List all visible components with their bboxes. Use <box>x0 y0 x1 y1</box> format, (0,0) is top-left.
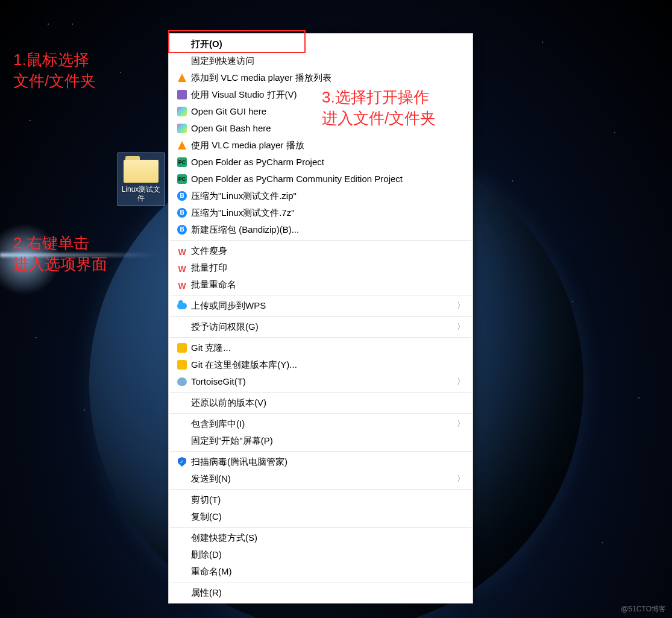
vlc-icon <box>175 140 189 151</box>
annotation-2: 2.右键单击 进入选项界面 <box>13 233 107 275</box>
menu-item-label: 批量打印 <box>191 262 465 274</box>
cloud-icon <box>175 300 189 311</box>
menu-item-pin-start[interactable]: 固定到"开始"屏幕(P) <box>169 432 472 449</box>
menu-separator <box>170 413 471 414</box>
menu-separator <box>170 392 471 393</box>
menu-separator <box>170 295 471 295</box>
menu-item-git-repo[interactable]: Git 在这里创建版本库(Y)... <box>169 356 472 373</box>
wps-icon: W <box>175 279 189 290</box>
submenu-chevron-icon: 〉 <box>456 418 465 430</box>
menu-item-tortoise[interactable]: TortoiseGit(T)〉 <box>169 373 472 390</box>
bz-icon: B <box>175 207 189 218</box>
menu-item-label: 剪切(T) <box>191 494 465 506</box>
menu-item-pin-quick[interactable]: 固定到快速访问 <box>169 52 472 69</box>
menu-item-label: 重命名(M) <box>191 566 465 578</box>
folder-icon <box>124 156 159 183</box>
watermark: @51CTO博客 <box>621 604 666 614</box>
menu-item-label: 复制(C) <box>191 511 465 523</box>
menu-item-bz-zip[interactable]: B压缩为"Linux测试文件.zip" <box>169 188 472 204</box>
blank-icon <box>175 532 189 543</box>
submenu-chevron-icon: 〉 <box>456 376 465 388</box>
menu-item-label: TortoiseGit(T) <box>191 376 456 388</box>
menu-item-copy[interactable]: 复制(C) <box>169 508 472 525</box>
menu-item-send-to[interactable]: 发送到(N)〉 <box>169 470 472 487</box>
blank-icon <box>175 473 189 484</box>
blank-icon <box>175 566 189 577</box>
menu-item-pycharm[interactable]: PCOpen Folder as PyCharm Project <box>169 154 472 171</box>
menu-item-label: 固定到快速访问 <box>191 55 465 67</box>
menu-item-pycharm-ce[interactable]: PCOpen Folder as PyCharm Community Editi… <box>169 171 472 188</box>
menu-item-label: 文件瘦身 <box>191 245 465 257</box>
menu-item-label: 新建压缩包 (Bandizip)(B)... <box>191 224 465 236</box>
menu-item-label: 打开(O) <box>191 38 465 50</box>
menu-item-cut[interactable]: 剪切(T) <box>169 491 472 508</box>
tort-icon <box>175 376 189 387</box>
menu-item-wps-print[interactable]: W批量打印 <box>169 259 472 276</box>
menu-item-wps-rename[interactable]: W批量重命名 <box>169 276 472 293</box>
bz-icon: B <box>175 224 189 235</box>
menu-item-label: 包含到库中(I) <box>191 418 456 430</box>
annotation-1: 1.鼠标选择 文件/文件夹 <box>13 49 96 92</box>
menu-item-label: 属性(R) <box>191 587 465 599</box>
menu-separator <box>170 451 471 452</box>
menu-item-label: 还原以前的版本(V) <box>191 397 465 409</box>
menu-item-label: Git 克隆... <box>191 342 465 354</box>
annotation-3: 3.选择打开操作 进入文件/文件夹 <box>322 87 436 129</box>
wps-icon: W <box>175 245 189 256</box>
menu-item-label: 固定到"开始"屏幕(P) <box>191 435 465 447</box>
menu-item-label: 批量重命名 <box>191 279 465 291</box>
menu-separator <box>170 240 471 241</box>
gitc-icon <box>175 359 189 370</box>
pc-icon: PC <box>175 157 189 168</box>
blank-icon <box>175 55 189 66</box>
wps-icon: W <box>175 262 189 273</box>
menu-item-bz-new[interactable]: B新建压缩包 (Bandizip)(B)... <box>169 221 472 238</box>
menu-item-shortcut[interactable]: 创建快捷方式(S) <box>169 529 472 546</box>
blank-icon <box>175 435 189 446</box>
menu-item-label: 压缩为"Linux测试文件.zip" <box>191 190 465 202</box>
menu-item-open[interactable]: 打开(O) <box>169 36 472 52</box>
menu-separator <box>170 527 471 528</box>
menu-item-label: 添加到 VLC media player 播放列表 <box>191 72 465 84</box>
blank-icon <box>175 418 189 429</box>
menu-item-label: Open Folder as PyCharm Community Edition… <box>191 173 465 185</box>
blank-icon <box>175 587 189 598</box>
menu-item-label: 使用 VLC media player 播放 <box>191 139 465 151</box>
desktop-folder-label: Linux测试文件 <box>119 185 163 203</box>
blank-icon <box>175 549 189 560</box>
menu-item-label: 上传或同步到WPS <box>191 300 456 312</box>
menu-item-rename[interactable]: 重命名(M) <box>169 563 472 580</box>
blank-icon <box>175 397 189 408</box>
desktop-folder-selected[interactable]: Linux测试文件 <box>118 153 165 206</box>
menu-item-label: 删除(D) <box>191 549 465 561</box>
submenu-chevron-icon: 〉 <box>456 321 465 333</box>
pc-icon: PC <box>175 174 189 184</box>
blank-icon <box>175 39 189 49</box>
menu-item-label: 扫描病毒(腾讯电脑管家) <box>191 456 465 468</box>
blank-icon <box>175 494 189 505</box>
vs-icon <box>175 89 189 100</box>
menu-item-label: 发送到(N) <box>191 473 456 485</box>
submenu-chevron-icon: 〉 <box>456 300 465 312</box>
vlc-icon <box>175 72 189 83</box>
menu-item-wps-upload[interactable]: 上传或同步到WPS〉 <box>169 297 472 314</box>
menu-item-vlc-add[interactable]: 添加到 VLC media player 播放列表 <box>169 69 472 86</box>
menu-separator <box>170 582 471 582</box>
menu-item-vlc-play[interactable]: 使用 VLC media player 播放 <box>169 137 472 154</box>
menu-item-bz-7z[interactable]: B压缩为"Linux测试文件.7z" <box>169 204 472 221</box>
menu-item-label: Open Folder as PyCharm Project <box>191 156 465 168</box>
menu-separator <box>170 489 471 490</box>
menu-item-wps-slim[interactable]: W文件瘦身 <box>169 242 472 259</box>
menu-item-grant-access[interactable]: 授予访问权限(G)〉 <box>169 318 472 335</box>
menu-item-scan-virus[interactable]: ✓扫描病毒(腾讯电脑管家) <box>169 453 472 470</box>
menu-item-label: 创建快捷方式(S) <box>191 532 465 544</box>
menu-item-delete[interactable]: 删除(D) <box>169 546 472 563</box>
menu-item-git-clone[interactable]: Git 克隆... <box>169 339 472 356</box>
gitc-icon <box>175 342 189 353</box>
menu-item-properties[interactable]: 属性(R) <box>169 584 472 601</box>
menu-item-include-lib[interactable]: 包含到库中(I)〉 <box>169 415 472 432</box>
blank-icon <box>175 511 189 522</box>
menu-separator <box>170 337 471 338</box>
menu-item-restore-prev[interactable]: 还原以前的版本(V) <box>169 394 472 411</box>
menu-item-label: 压缩为"Linux测试文件.7z" <box>191 207 465 219</box>
